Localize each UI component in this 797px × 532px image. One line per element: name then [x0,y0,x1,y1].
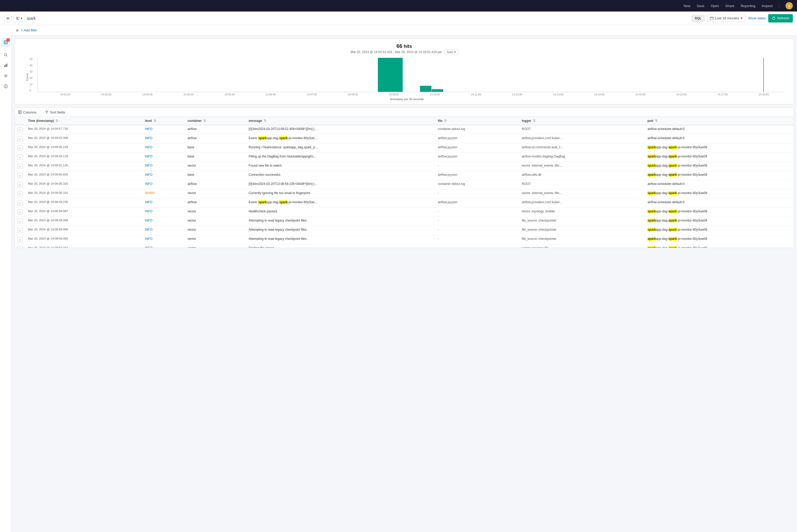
dql-button[interactable]: DQL [692,15,704,22]
nav-open[interactable]: Open [711,4,719,8]
level-sort-icon: ⇅ [153,119,156,123]
row-expand-button[interactable]: ▷ [18,173,23,178]
highlight-spark-pod: spark [669,228,677,231]
row-pod: sparkapp-dag-spark-pi-monitor-80y3uw09 [645,226,794,235]
nav-share[interactable]: Share [725,4,735,8]
y-axis-label: Count [26,73,29,81]
row-container: vector [185,162,246,171]
row-message: Healthcheck passed. [246,208,435,217]
row-expand-button[interactable]: ▷ [18,246,23,248]
x-tick-17: 14:18:00 [743,93,784,96]
row-expand-button[interactable]: ▷ [18,209,23,215]
col-header-logger[interactable]: logger ⇅ [519,117,645,125]
columns-button[interactable]: Columns [18,110,36,114]
x-tick-11: 14:12:00 [497,93,538,96]
row-expand-button[interactable]: ▷ [18,237,23,242]
y-axis: 50 40 30 20 10 0 [30,58,37,92]
table-scroll[interactable]: Time (timestamp) ⇅ level ⇅ container ⇅ m… [15,117,794,248]
row-file: - [435,217,519,226]
row-message: Filling up the DagBag from /stackable/ap… [246,153,435,162]
nav-new[interactable]: New [684,4,690,8]
row-file: - [435,235,519,244]
time-sort-icon: ⇅ [55,119,58,123]
row-expand-icon[interactable]: ▷ [15,226,25,235]
show-dates-button[interactable]: Show dates [748,16,766,20]
svg-rect-10 [6,63,7,67]
sidebar-item-logs[interactable]: 3 [1,38,11,47]
row-expand-button[interactable]: ▷ [18,182,23,187]
row-expand-icon[interactable]: ▷ [15,217,25,226]
sidebar-item-settings[interactable] [1,71,11,80]
highlight-spark-pod: spark [669,164,677,167]
highlight-spark: spark [279,136,288,140]
row-message: Attempting to read legacy checkpoint fil… [246,235,435,244]
add-filter-button[interactable]: + Add filter [21,28,37,32]
row-level: INFO [142,162,185,171]
row-expand-icon[interactable]: ▷ [15,153,25,162]
user-avatar[interactable]: a [785,2,793,10]
nav-reporting[interactable]: Reporting [741,4,755,8]
row-expand-button[interactable]: ▷ [18,201,23,206]
time-range-picker[interactable]: Last 18 minutes ▾ [707,15,745,22]
svg-rect-14 [20,111,21,114]
row-level: INFO [142,235,185,244]
col-header-message[interactable]: message ⇅ [246,117,435,125]
table-row: ▷Mar 20, 2024 @ 14:09:04.118INFObaseFill… [15,153,794,162]
row-expand-icon[interactable]: ▷ [15,134,25,144]
col-header-level[interactable]: level ⇅ [142,117,185,125]
row-expand-icon[interactable]: ▷ [15,125,25,134]
row-container: airflow [185,134,246,144]
row-expand-icon[interactable]: ▷ [15,189,25,198]
row-expand-button[interactable]: ▷ [18,136,23,141]
row-message: Attempting to read legacy checkpoint fil… [246,217,435,226]
col-header-icon [15,117,25,125]
row-expand-button[interactable]: ▷ [18,155,23,160]
chart-date-range: Mar 20, 2024 @ 14:00:51.418 - Mar 20, 20… [19,49,790,55]
row-expand-icon[interactable]: ▷ [15,162,25,171]
nav-save[interactable]: Save [697,4,705,8]
row-level: INFO [142,153,185,162]
row-message: Starting file server. [246,244,435,248]
date-range-text: Mar 20, 2024 @ 14:00:51.418 - Mar 20, 20… [350,50,442,54]
svg-rect-9 [5,64,6,67]
highlight-spark-pod: spark [648,237,656,241]
row-container: base [185,171,246,180]
sort-fields-button[interactable]: Sort fields [45,110,65,114]
col-header-container[interactable]: container ⇅ [185,117,246,125]
row-expand-icon[interactable]: ▷ [15,235,25,244]
col-header-pod[interactable]: pod ⇅ [645,117,794,125]
row-expand-button[interactable]: ▷ [18,164,23,169]
row-expand-icon[interactable]: ▷ [15,208,25,217]
x-ticks: 14:01:00 14:02:00 14:03:00 14:04:00 14:0… [45,93,784,96]
bar-9a[interactable] [420,86,431,92]
row-logger: airflow.providers.cncf.kuber… [519,198,645,208]
y-tick-40: 40 [30,64,37,67]
row-expand-button[interactable]: ▷ [18,146,23,151]
row-expand-button[interactable]: ▷ [18,228,23,233]
search-type-dropdown[interactable]: ▾ [14,15,24,22]
refresh-button[interactable]: Refresh [768,14,793,22]
row-file: - [435,244,519,248]
row-expand-button[interactable]: ▷ [18,218,23,224]
auto-select-dropdown[interactable]: Auto ▾ [444,49,458,55]
search-input[interactable] [27,16,690,20]
sidebar-item-chart[interactable] [1,61,11,70]
row-expand-icon[interactable]: ▷ [15,198,25,208]
row-expand-icon[interactable]: ▷ [15,144,25,153]
bar-8[interactable] [378,58,403,92]
row-expand-icon[interactable]: ▷ [15,180,25,189]
row-expand-icon[interactable]: ▷ [15,244,25,248]
sidebar-item-search[interactable] [1,50,11,60]
col-header-file[interactable]: file ⇅ [435,117,519,125]
row-logger: file_source::checkpointer [519,217,645,226]
main-layout: 3 66 hits [0,36,797,532]
row-expand-button[interactable]: ▷ [18,191,23,196]
sidebar-item-info[interactable] [1,82,11,91]
nav-inspect[interactable]: Inspect [762,4,773,8]
collapse-button[interactable] [4,15,12,22]
bar-9b[interactable] [432,89,443,92]
col-header-time[interactable]: Time (timestamp) ⇅ [25,117,142,125]
row-expand-button[interactable]: ▷ [18,127,23,132]
row-expand-icon[interactable]: ▷ [15,171,25,180]
highlight-spark: spark [258,201,266,204]
